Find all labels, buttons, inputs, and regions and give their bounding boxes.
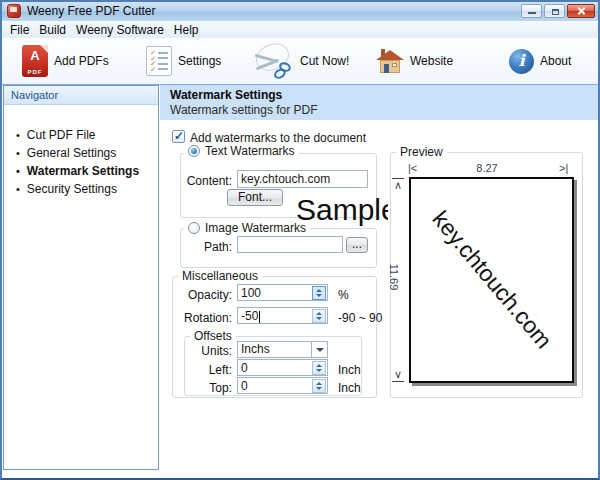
bullet-icon: • bbox=[16, 183, 20, 195]
close-button[interactable] bbox=[567, 4, 595, 18]
home-icon bbox=[376, 48, 404, 74]
add-watermarks-checkbox[interactable]: ✓ bbox=[172, 130, 185, 143]
opacity-spinner[interactable] bbox=[312, 286, 326, 300]
minimize-button[interactable] bbox=[521, 4, 542, 18]
radio-unselected-icon bbox=[188, 222, 200, 234]
opacity-suffix: % bbox=[338, 288, 349, 302]
close-icon bbox=[577, 7, 586, 16]
preview-label: Preview bbox=[396, 145, 447, 159]
spin-down-icon bbox=[313, 316, 325, 322]
spin-down-icon bbox=[313, 368, 325, 374]
menu-weeny-software[interactable]: Weeny Software bbox=[71, 22, 169, 38]
menu-file[interactable]: File bbox=[5, 22, 34, 38]
opacity-input[interactable]: 100 bbox=[237, 284, 328, 301]
path-label: Path: bbox=[180, 240, 232, 254]
page-height-value: 11.69 bbox=[388, 257, 400, 297]
content-input[interactable]: key.chtouch.com bbox=[237, 170, 368, 188]
toolbar-label: Add PDFs bbox=[54, 54, 109, 68]
left-offset-spinner[interactable] bbox=[312, 361, 326, 375]
path-input[interactable] bbox=[237, 236, 343, 253]
spin-down-icon bbox=[313, 293, 325, 299]
toolbar-label: Settings bbox=[178, 54, 221, 68]
check-icon: ✓ bbox=[174, 129, 184, 143]
nav-item-general-settings[interactable]: • General Settings bbox=[16, 144, 158, 162]
maximize-button[interactable] bbox=[544, 4, 565, 18]
toolbar-website[interactable]: Website bbox=[376, 38, 453, 84]
image-watermarks-radio[interactable]: Image Watermarks bbox=[184, 221, 310, 235]
opacity-label: Opacity: bbox=[172, 288, 232, 302]
menu-build[interactable]: Build bbox=[34, 22, 71, 38]
toolbar-label: Cut Now! bbox=[300, 54, 349, 68]
preview-group: |< 8.27 >| ∧ 11.69 ∨ key.chtouch.com bbox=[390, 152, 583, 398]
miscellaneous-label: Miscellaneous bbox=[178, 269, 262, 283]
checklist-icon: ✓ ✓ ✓ ✓ bbox=[146, 46, 172, 76]
nav-item-label: Cut PDF File bbox=[27, 128, 96, 142]
nav-item-label: Watermark Settings bbox=[27, 164, 139, 178]
chevron-down-icon[interactable] bbox=[311, 342, 327, 357]
toolbar-label: Website bbox=[410, 54, 453, 68]
radio-selected-icon bbox=[188, 145, 200, 157]
ruler-top-arrow: ∧ bbox=[392, 178, 404, 192]
top-offset-label: Top: bbox=[172, 381, 232, 395]
top-offset-input[interactable]: 0 bbox=[237, 377, 328, 394]
nav-item-watermark-settings[interactable]: • Watermark Settings bbox=[16, 162, 158, 180]
rotation-label: Rotation: bbox=[172, 311, 232, 325]
rotation-spinner[interactable] bbox=[312, 309, 326, 323]
rotation-suffix: -90 ~ 90 bbox=[338, 311, 382, 325]
nav-item-label: General Settings bbox=[27, 146, 116, 160]
ruler-left-arrow: |< bbox=[408, 162, 417, 174]
toolbar-about[interactable]: i About bbox=[509, 38, 571, 84]
toolbar-settings[interactable]: ✓ ✓ ✓ ✓ Settings bbox=[146, 38, 221, 84]
add-watermarks-label: Add watermarks to the document bbox=[190, 131, 366, 145]
bullet-icon: • bbox=[16, 165, 20, 177]
main-panel: Watermark Settings Watermark settings fo… bbox=[160, 85, 598, 478]
bullet-icon: • bbox=[16, 129, 20, 141]
info-icon: i bbox=[509, 49, 534, 74]
app-icon bbox=[7, 4, 21, 18]
toolbar-add-pdfs[interactable]: A PDF Add PDFs bbox=[22, 38, 109, 84]
page-width-value: 8.27 bbox=[451, 162, 523, 174]
menubar: File Build Weeny Software Help bbox=[2, 21, 598, 38]
units-dropdown[interactable]: Inchs bbox=[237, 341, 328, 358]
font-sample-overlay: Sample bbox=[296, 192, 388, 230]
toolbar-label: About bbox=[540, 54, 571, 68]
top-offset-spinner[interactable] bbox=[312, 379, 326, 393]
toolbar: A PDF Add PDFs ✓ ✓ ✓ ✓ Settings Cut Now! bbox=[2, 38, 598, 85]
preview-page: key.chtouch.com bbox=[409, 177, 574, 383]
text-cursor bbox=[259, 311, 260, 323]
window-title: Weeny Free PDF Cutter bbox=[27, 4, 155, 19]
page-title: Watermark Settings bbox=[170, 88, 588, 102]
bullet-icon: • bbox=[16, 147, 20, 159]
units-label: Units: bbox=[172, 344, 232, 358]
nav-item-label: Security Settings bbox=[27, 182, 117, 196]
scissors-icon bbox=[252, 39, 297, 82]
app-window: Weeny Free PDF Cutter File Build Weeny S… bbox=[0, 0, 600, 480]
browse-button[interactable]: ... bbox=[346, 237, 368, 253]
minimize-icon bbox=[528, 12, 536, 14]
toolbar-cut-now[interactable]: Cut Now! bbox=[254, 38, 349, 84]
content-label: Content: bbox=[172, 174, 232, 188]
rotation-input[interactable]: -50 bbox=[237, 307, 328, 324]
nav-item-cut-pdf-file[interactable]: • Cut PDF File bbox=[16, 126, 158, 144]
spin-down-icon bbox=[313, 386, 325, 392]
nav-item-security-settings[interactable]: • Security Settings bbox=[16, 180, 158, 198]
left-offset-label: Left: bbox=[172, 363, 232, 377]
pdf-file-icon: A PDF bbox=[22, 45, 48, 77]
text-watermarks-radio[interactable]: Text Watermarks bbox=[184, 144, 299, 158]
left-offset-suffix: Inch bbox=[338, 363, 361, 377]
ruler-right-arrow: >| bbox=[559, 162, 568, 174]
left-offset-input[interactable]: 0 bbox=[237, 359, 328, 376]
page-header: Watermark Settings Watermark settings fo… bbox=[160, 85, 598, 120]
menu-help[interactable]: Help bbox=[169, 22, 204, 38]
font-button[interactable]: Font... bbox=[227, 189, 283, 206]
watermark-preview-text: key.chtouch.com bbox=[426, 206, 557, 354]
navigator-panel: Navigator • Cut PDF File • General Setti… bbox=[3, 85, 159, 470]
navigator-title: Navigator bbox=[4, 86, 158, 105]
top-offset-suffix: Inch bbox=[338, 381, 361, 395]
maximize-icon bbox=[552, 9, 559, 15]
ruler-bottom-arrow: ∨ bbox=[392, 368, 404, 382]
offsets-label: Offsets bbox=[190, 329, 236, 343]
titlebar: Weeny Free PDF Cutter bbox=[2, 2, 598, 21]
page-subtitle: Watermark settings for PDF bbox=[170, 103, 588, 117]
